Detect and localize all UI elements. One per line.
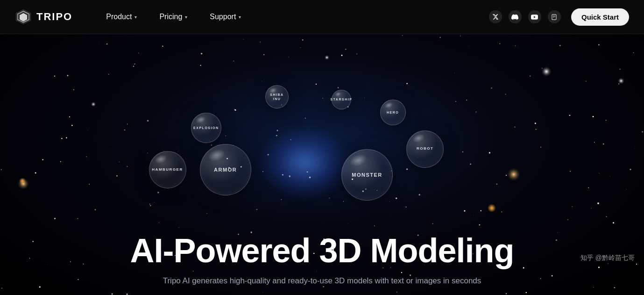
bubble-label: ARMOR [212,165,239,175]
bubble-hamburger[interactable]: HAMBURGER [149,151,186,188]
youtube-icon[interactable] [528,10,541,23]
chevron-down-icon: ▾ [185,14,187,20]
twitter-x-icon[interactable] [489,10,502,23]
logo[interactable]: TRIPO [15,8,72,25]
navbar-right: Quick Start [489,8,629,26]
nav-item-support[interactable]: Support ▾ [198,0,252,34]
logo-wordmark: TRIPO [36,11,72,23]
hero-section: HAMBURGEREXPLOSIONSHIBA INUSTARSHIPHEROR… [0,34,644,295]
bubble-starship[interactable]: STARSHIP [332,90,351,109]
bubble-label: EXPLOSION [191,124,220,132]
hero-subtitle: Tripo AI generates high-quality and read… [0,276,644,286]
hero-text-block: AI-Powered 3D Modeling Tripo AI generate… [0,233,644,295]
navbar: TRIPO Product ▾ Pricing ▾ Support ▾ Quic… [0,0,644,34]
bubble-monster[interactable]: MONSTER [341,149,393,201]
bubble-label: SHIBA INU [266,91,288,103]
star-orange-right [488,204,496,212]
hero-title: AI-Powered 3D Modeling [0,233,644,269]
bubble-label: HAMBURGER [150,165,184,174]
bubble-label: HERO [385,108,401,116]
nav-item-pricing[interactable]: Pricing ▾ [148,0,198,34]
bubble-armor[interactable]: ARMOR [200,144,251,195]
bubble-label: STARSHIP [328,95,354,103]
discord-icon[interactable] [509,10,522,23]
bubble-shiba-inu[interactable]: SHIBA INU [265,85,289,108]
main-nav: Product ▾ Pricing ▾ Support ▾ [95,0,489,34]
social4-icon[interactable] [548,10,561,23]
bubble-robot[interactable]: ROBOT [406,130,444,168]
logo-icon [15,8,32,25]
bubble-label: MONSTER [350,170,384,180]
bubble-explosion[interactable]: EXPLOSION [191,113,221,143]
bubble-hero[interactable]: HERO [380,100,406,125]
bubble-label: ROBOT [415,144,435,153]
chevron-down-icon: ▾ [239,14,241,20]
watermark: 知乎 @黔岭苗七哥 [580,254,635,262]
quick-start-button[interactable]: Quick Start [571,8,629,26]
chevron-down-icon: ▾ [134,14,137,20]
nav-item-product[interactable]: Product ▾ [95,0,148,34]
nebula-glow [258,125,351,200]
